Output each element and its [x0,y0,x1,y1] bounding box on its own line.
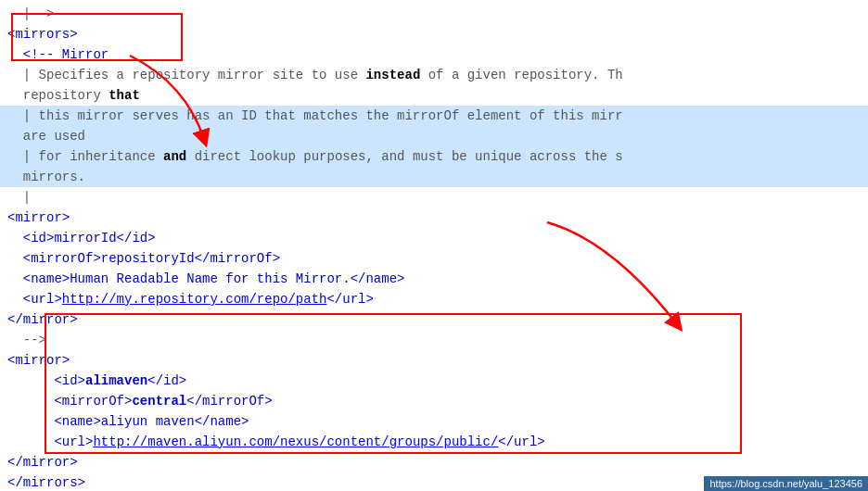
line-text-end: </mirrorOf> [186,391,272,411]
line-text: | this mirror serves has an ID that matc… [7,106,623,126]
line-text: <url> [7,289,62,309]
bold-value: central [132,391,186,411]
code-line-23: </mirror> [0,452,868,472]
line-text-cont: Mirror [62,44,108,65]
line-text: <!-- [7,44,62,65]
code-line-18: <mirror> [0,350,868,371]
line-text: <name>Human Readable Name for this Mirro… [7,269,404,289]
line-text: repository that [7,85,140,106]
line-text-end: </id> [147,371,186,391]
code-line-4: | Specifies a repository mirror site to … [0,65,868,85]
line-text: <name>aliyun maven</name> [7,411,249,432]
line-text: </mirrors> [7,472,85,491]
url-link[interactable]: http://my.repository.com/repo/path [62,289,327,309]
line-text: are used [7,126,85,146]
code-line-19: <id>alimaven</id> [0,371,868,391]
line-text-end: </url> [498,432,544,452]
code-line-3: <!-- Mirror [0,44,868,65]
code-line-1: |--> [0,4,868,24]
code-line-14: <name>Human Readable Name for this Mirro… [0,269,868,289]
bold-value: alimaven [85,371,147,391]
line-text: mirrors. [7,167,85,187]
line-text-end: </url> [326,289,373,309]
url-link-aliyun[interactable]: http://maven.aliyun.com/nexus/content/gr… [93,432,498,452]
code-area: |--> <mirrors> <!-- Mirror | Specifies a… [0,0,868,491]
line-text: </mirror> [7,452,78,472]
code-line-15: <url>http://my.repository.com/repo/path<… [0,289,868,309]
line-text: <url> [7,432,93,452]
code-line-8: | for inheritance and direct lookup purp… [0,146,868,167]
code-line-22: <url>http://maven.aliyun.com/nexus/conte… [0,432,868,452]
line-text: | Specifies a repository mirror site to … [7,65,623,85]
code-line-21: <name>aliyun maven</name> [0,411,868,432]
line-text: <mirrorOf>repositoryId</mirrorOf> [7,248,280,269]
code-line-12: <id>mirrorId</id> [0,228,868,248]
code-line-16: </mirror> [0,309,868,330]
code-line-20: <mirrorOf>central</mirrorOf> [0,391,868,411]
line-text: <mirrors> [7,24,78,44]
line-text: | [7,187,31,208]
line-text: | for inheritance and direct lookup purp… [7,146,623,167]
line-text: <mirrorOf> [7,391,132,411]
code-line-7: are used [0,126,868,146]
code-line-10: | [0,187,868,208]
code-line-13: <mirrorOf>repositoryId</mirrorOf> [0,248,868,269]
line-text: <mirror> [7,350,70,371]
code-line-17: --> [0,330,868,350]
line-text: <id> [7,371,85,391]
code-line-5: repository that [0,85,868,106]
code-line-11: <mirror> [0,208,868,228]
line-text: <id>mirrorId</id> [7,228,156,248]
code-line-9: mirrors. [0,167,868,187]
line-text: |--> [7,4,54,24]
footer-url: https://blog.csdn.net/yalu_123456 [704,476,868,491]
line-text: <mirror> [7,208,70,228]
line-text: </mirror> [7,309,78,330]
code-line-2: <mirrors> [0,24,868,44]
line-text: --> [7,330,46,350]
code-line-6: | this mirror serves has an ID that matc… [0,106,868,126]
